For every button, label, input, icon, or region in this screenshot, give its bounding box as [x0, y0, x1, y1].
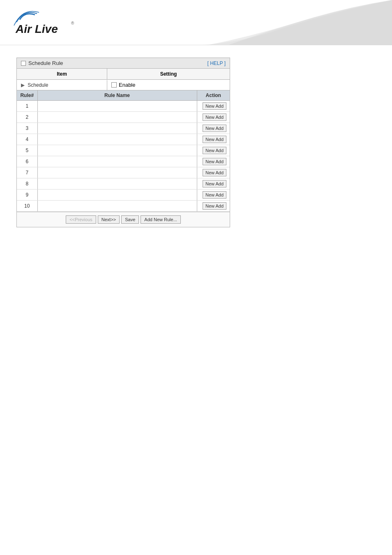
rule-number-cell: 2 [17, 112, 37, 123]
rule-number-cell: 8 [17, 178, 37, 190]
new-add-button[interactable]: New Add [203, 125, 226, 132]
action-cell: New Add [197, 178, 230, 190]
page-header: Air Live ® [0, 0, 392, 45]
next-button[interactable]: Next>> [98, 215, 120, 224]
rule-number-cell: 7 [17, 167, 37, 178]
schedule-rule-panel: Schedule Rule [ HELP ] Item Setting ▶ Sc… [16, 58, 230, 227]
action-cell: New Add [197, 145, 230, 156]
enable-label: Enable [119, 82, 135, 88]
airlive-logo-svg: Air Live ® [12, 7, 78, 36]
rule-number-cell: 9 [17, 190, 37, 201]
schedule-icon [21, 61, 26, 66]
svg-text:Air Live: Air Live [15, 23, 58, 35]
rule-num-header: Rule# [17, 90, 37, 101]
new-add-button[interactable]: New Add [203, 113, 226, 121]
action-cell: New Add [197, 156, 230, 167]
action-cell: New Add [197, 112, 230, 123]
item-setting-header: Item Setting [17, 69, 230, 80]
title-bar: Schedule Rule [ HELP ] [17, 58, 230, 69]
rule-name-cell [37, 123, 197, 134]
new-add-button[interactable]: New Add [203, 147, 226, 154]
rule-name-cell [37, 112, 197, 123]
schedule-setting: Enable [107, 80, 230, 90]
setting-column-header: Setting [107, 69, 230, 79]
rule-name-cell [37, 101, 197, 112]
new-add-button[interactable]: New Add [203, 158, 226, 165]
rules-table: Rule# Rule Name Action 1New Add2New Add3… [17, 90, 230, 212]
item-column-header: Item [17, 69, 107, 79]
rule-name-cell [37, 201, 197, 212]
action-cell: New Add [197, 167, 230, 178]
rule-number-cell: 1 [17, 101, 37, 112]
rule-number-cell: 6 [17, 156, 37, 167]
header-decoration [187, 0, 392, 45]
new-add-button[interactable]: New Add [203, 102, 226, 110]
action-cell: New Add [197, 101, 230, 112]
title-bar-left: Schedule Rule [21, 60, 63, 66]
table-row: 2New Add [17, 112, 230, 123]
enable-checkbox[interactable] [111, 82, 117, 88]
help-link[interactable]: [ HELP ] [208, 60, 226, 66]
new-add-button[interactable]: New Add [203, 180, 226, 187]
main-content: Schedule Rule [ HELP ] Item Setting ▶ Sc… [0, 45, 392, 240]
new-add-button[interactable]: New Add [203, 191, 226, 199]
table-row: 10New Add [17, 201, 230, 212]
table-row: 9New Add [17, 190, 230, 201]
action-cell: New Add [197, 123, 230, 134]
table-row: 4New Add [17, 134, 230, 145]
new-add-button[interactable]: New Add [203, 202, 226, 210]
rule-number-cell: 4 [17, 134, 37, 145]
rule-name-cell [37, 156, 197, 167]
table-row: 7New Add [17, 167, 230, 178]
rule-number-cell: 5 [17, 145, 37, 156]
schedule-label: ▶ Schedule [17, 80, 107, 90]
action-cell: New Add [197, 190, 230, 201]
rule-name-cell [37, 145, 197, 156]
action-header: Action [197, 90, 230, 101]
table-row: 3New Add [17, 123, 230, 134]
footer-nav: <<Previous Next>> Save Add New Rule... [17, 212, 230, 227]
rule-number-cell: 3 [17, 123, 37, 134]
schedule-enable-row: ▶ Schedule Enable [17, 80, 230, 90]
rule-name-cell [37, 190, 197, 201]
logo: Air Live ® [12, 7, 78, 36]
new-add-button[interactable]: New Add [203, 169, 226, 176]
action-cell: New Add [197, 201, 230, 212]
rule-name-cell [37, 178, 197, 190]
action-cell: New Add [197, 134, 230, 145]
table-header-row: Rule# Rule Name Action [17, 90, 230, 101]
add-new-rule-button[interactable]: Add New Rule... [141, 215, 180, 224]
table-row: 5New Add [17, 145, 230, 156]
save-button[interactable]: Save [121, 215, 139, 224]
table-row: 1New Add [17, 101, 230, 112]
rule-name-header: Rule Name [37, 90, 197, 101]
arrow-icon: ▶ [21, 82, 25, 88]
rule-name-cell [37, 134, 197, 145]
panel-title: Schedule Rule [28, 60, 63, 66]
rule-number-cell: 10 [17, 201, 37, 212]
prev-button[interactable]: <<Previous [66, 215, 96, 224]
new-add-button[interactable]: New Add [203, 136, 226, 143]
rule-name-cell [37, 167, 197, 178]
table-row: 6New Add [17, 156, 230, 167]
svg-text:®: ® [71, 21, 74, 25]
table-row: 8New Add [17, 178, 230, 190]
